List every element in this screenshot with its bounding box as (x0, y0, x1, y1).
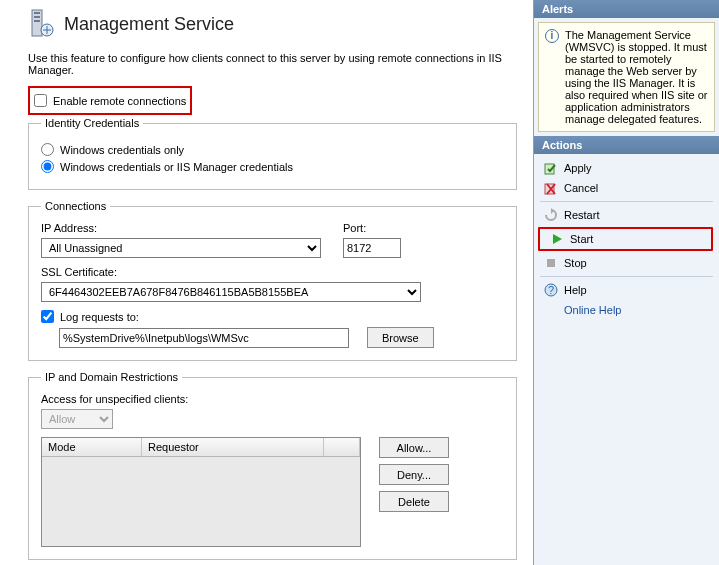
allow-button[interactable]: Allow... (379, 437, 449, 458)
svg-text:?: ? (548, 284, 554, 296)
stop-icon (544, 256, 558, 270)
restart-action: Restart (534, 205, 719, 225)
stop-label: Stop (564, 257, 587, 269)
start-highlight: Start (538, 227, 713, 251)
identity-legend: Identity Credentials (41, 117, 143, 129)
log-path-input[interactable] (59, 328, 349, 348)
cancel-label: Cancel (564, 182, 598, 194)
radio-windows-or-iis[interactable]: Windows credentials or IIS Manager crede… (41, 160, 504, 173)
access-label: Access for unspecified clients: (41, 393, 504, 405)
alerts-header: Alerts (534, 0, 719, 18)
page-description: Use this feature to configure how client… (28, 52, 517, 76)
svg-rect-2 (34, 16, 40, 18)
connections-legend: Connections (41, 200, 110, 212)
log-requests-checkbox[interactable]: Log requests to: (41, 310, 504, 323)
radio-windows-or-iis-label: Windows credentials or IIS Manager crede… (60, 161, 293, 173)
col-requestor[interactable]: Requestor (142, 438, 324, 456)
restrictions-legend: IP and Domain Restrictions (41, 371, 182, 383)
radio-windows-only[interactable]: Windows credentials only (41, 143, 504, 156)
col-spacer (324, 438, 360, 456)
radio-windows-only-label: Windows credentials only (60, 144, 184, 156)
identity-fieldset: Identity Credentials Windows credentials… (28, 117, 517, 190)
help-icon: ? (544, 283, 558, 297)
blank-icon (544, 303, 558, 317)
restart-label: Restart (564, 209, 599, 221)
enable-remote-label: Enable remote connections (53, 95, 186, 107)
restrictions-table[interactable]: Mode Requestor (41, 437, 361, 547)
start-icon (550, 232, 564, 246)
side-panel: Alerts i The Management Service (WMSVC) … (533, 0, 719, 565)
restrictions-fieldset: IP and Domain Restrictions Access for un… (28, 371, 517, 560)
ssl-select[interactable]: 6F4464302EEB7A678F8476B846115BA5B8155BEA (41, 282, 421, 302)
start-action[interactable]: Start (540, 229, 711, 249)
svg-rect-7 (547, 259, 555, 267)
apply-label: Apply (564, 162, 592, 174)
restart-icon (544, 208, 558, 222)
info-icon: i (545, 29, 559, 43)
delete-button[interactable]: Delete (379, 491, 449, 512)
access-select[interactable]: Allow (41, 409, 113, 429)
apply-action[interactable]: Apply (534, 158, 719, 178)
server-icon (28, 8, 54, 40)
main-panel: Management Service Use this feature to c… (0, 0, 533, 565)
ip-label: IP Address: (41, 222, 321, 234)
browse-button[interactable]: Browse (367, 327, 434, 348)
ssl-label: SSL Certificate: (41, 266, 504, 278)
apply-icon (544, 161, 558, 175)
page-title: Management Service (64, 14, 234, 35)
stop-action: Stop (534, 253, 719, 273)
svg-rect-1 (34, 12, 40, 14)
col-mode[interactable]: Mode (42, 438, 142, 456)
cancel-icon (544, 181, 558, 195)
actions-header: Actions (534, 136, 719, 154)
start-label: Start (570, 233, 593, 245)
alert-text: The Management Service (WMSVC) is stoppe… (565, 29, 708, 125)
port-label: Port: (343, 222, 401, 234)
online-help-action[interactable]: Online Help (534, 300, 719, 320)
svg-rect-3 (34, 20, 40, 22)
alert-message: i The Management Service (WMSVC) is stop… (538, 22, 715, 132)
help-action[interactable]: ? Help (534, 280, 719, 300)
log-requests-label: Log requests to: (60, 311, 139, 323)
help-label: Help (564, 284, 587, 296)
connections-fieldset: Connections IP Address: All Unassigned P… (28, 200, 517, 361)
ip-select[interactable]: All Unassigned (41, 238, 321, 258)
cancel-action[interactable]: Cancel (534, 178, 719, 198)
enable-remote-highlight: Enable remote connections (28, 86, 192, 115)
deny-button[interactable]: Deny... (379, 464, 449, 485)
online-help-label: Online Help (564, 304, 621, 316)
enable-remote-checkbox[interactable]: Enable remote connections (34, 94, 186, 107)
port-input[interactable] (343, 238, 401, 258)
